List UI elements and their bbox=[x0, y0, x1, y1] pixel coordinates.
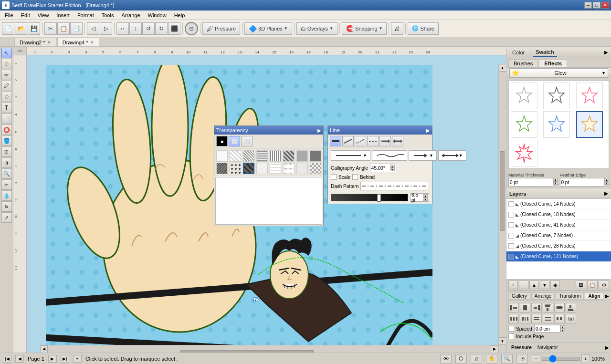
color-tab[interactable]: Color bbox=[509, 49, 527, 56]
crop-tool[interactable]: ✂ bbox=[1, 179, 12, 190]
glow-item-2[interactable] bbox=[576, 83, 603, 109]
align-center-h-btn[interactable] bbox=[520, 303, 530, 312]
canvas-area[interactable]: cm 1 2 3 4 5 6 7 8 9 10 11 12 13 14 15 1… bbox=[13, 47, 506, 353]
next-page-btn[interactable]: ▶ bbox=[48, 355, 57, 363]
pressure-expand-btn[interactable]: ▶ bbox=[605, 345, 609, 350]
align-left-btn[interactable] bbox=[508, 303, 519, 312]
spaced-value-input[interactable]: 0.0 cm bbox=[534, 325, 560, 333]
layer-up-btn[interactable]: ▲ bbox=[529, 281, 539, 289]
pattern-3[interactable] bbox=[256, 150, 268, 162]
tab-drawing4-close[interactable]: ✕ bbox=[90, 40, 94, 45]
pressure-tab[interactable]: Pressure bbox=[508, 344, 535, 351]
zoom-in-btn[interactable]: + bbox=[581, 354, 590, 363]
pattern-4[interactable] bbox=[270, 150, 281, 162]
line-style-arrow-end[interactable]: ▼ bbox=[409, 150, 437, 161]
view-wireframe-btn[interactable]: ⬡ bbox=[455, 354, 467, 364]
pattern-2[interactable] bbox=[243, 150, 254, 162]
snapping-btn[interactable]: 🧲 Snapping ▼ bbox=[342, 22, 387, 35]
redo-btn[interactable]: ▷ bbox=[100, 22, 112, 35]
quickshape-tool[interactable]: ⬠ bbox=[1, 92, 12, 102]
trans-pattern-btn[interactable]: ⬜ bbox=[229, 136, 240, 146]
last-page-btn[interactable]: ▶| bbox=[61, 355, 69, 363]
pattern-0[interactable] bbox=[216, 150, 228, 162]
prev-page-btn[interactable]: ◀ bbox=[15, 355, 24, 363]
v-scroll-thumb[interactable] bbox=[500, 151, 505, 231]
gallery-tab[interactable]: Gallery bbox=[508, 292, 530, 300]
tab-drawing4[interactable]: Drawing4 * ✕ bbox=[57, 38, 99, 46]
thickness-bar[interactable] bbox=[331, 194, 408, 201]
transparency-tool[interactable]: ◫ bbox=[1, 146, 12, 157]
scroll-up-btn[interactable]: ▲ bbox=[499, 64, 506, 72]
add-page-btn[interactable]: + bbox=[73, 355, 82, 363]
align-tab[interactable]: Align bbox=[585, 292, 603, 300]
new-btn[interactable]: 📄 bbox=[2, 22, 14, 35]
layer-solo-btn[interactable]: ◉ bbox=[550, 281, 560, 289]
h-scroll-thumb[interactable] bbox=[180, 350, 313, 353]
scroll-down-btn[interactable]: ▼ bbox=[499, 337, 506, 345]
pattern-7[interactable] bbox=[310, 150, 321, 162]
layer-5-checkbox[interactable] bbox=[508, 254, 514, 260]
layer-add-btn[interactable]: + bbox=[508, 281, 518, 289]
feather-edge-input[interactable]: 0 pt bbox=[560, 178, 605, 187]
text-tool[interactable]: T bbox=[1, 103, 12, 113]
layer-item-0[interactable]: ◣ (Closed Curve, 14 Nodes) bbox=[506, 199, 611, 209]
line-style-wavy[interactable] bbox=[372, 150, 407, 161]
navigator-tab[interactable]: Navigator bbox=[535, 344, 561, 351]
line-type-btn-1[interactable] bbox=[330, 136, 341, 146]
glow-item-5[interactable] bbox=[576, 111, 603, 138]
layers-expand-btn[interactable]: ▶ bbox=[604, 191, 608, 196]
pattern-14[interactable] bbox=[296, 163, 308, 174]
line-type-btn-2[interactable] bbox=[342, 136, 354, 146]
view-hand-btn[interactable]: ✋ bbox=[486, 354, 497, 364]
pattern-15[interactable] bbox=[310, 163, 321, 174]
swatch-tab[interactable]: Swatch bbox=[533, 48, 557, 57]
thickness-handle[interactable] bbox=[377, 194, 381, 202]
layer-1-checkbox[interactable] bbox=[508, 212, 514, 218]
distribute-center-v-btn[interactable] bbox=[554, 314, 565, 323]
pen-tool[interactable]: 🖊 bbox=[1, 81, 12, 91]
layer-delete-btn[interactable]: − bbox=[519, 281, 528, 289]
view-normal-btn[interactable]: 👁 bbox=[440, 354, 452, 364]
layer-down-btn[interactable]: ▼ bbox=[540, 281, 549, 289]
scale-checkbox[interactable] bbox=[331, 174, 337, 180]
menu-insert[interactable]: Insert bbox=[53, 11, 74, 19]
line-type-btn-5[interactable] bbox=[379, 136, 391, 146]
rotate-r-btn[interactable]: ↻ bbox=[155, 22, 168, 35]
layer-view-btn-1[interactable]: 🖼 bbox=[576, 281, 586, 289]
include-page-checkbox[interactable] bbox=[508, 333, 514, 339]
special-circle-btn[interactable]: ⊙ bbox=[185, 22, 198, 35]
menu-edit[interactable]: Edit bbox=[17, 11, 34, 19]
feather-down[interactable]: ▼ bbox=[604, 181, 609, 185]
undo-btn[interactable]: ◁ bbox=[87, 22, 99, 35]
zoom-slider[interactable] bbox=[542, 357, 580, 361]
glow-item-1[interactable] bbox=[543, 83, 570, 109]
flip-h-btn[interactable]: ↔ bbox=[116, 22, 129, 35]
menu-file[interactable]: File bbox=[1, 11, 17, 19]
glow-item-3[interactable] bbox=[511, 111, 537, 138]
connector-tool[interactable]: ↗ bbox=[1, 212, 12, 223]
align-right-btn[interactable] bbox=[531, 303, 542, 312]
layer-0-checkbox[interactable] bbox=[508, 201, 514, 207]
cut-btn[interactable]: ✂ bbox=[44, 22, 57, 35]
trans-none-btn[interactable]: ■ bbox=[216, 136, 228, 146]
mat-down[interactable]: ▼ bbox=[553, 181, 558, 185]
menu-format[interactable]: Format bbox=[74, 11, 98, 19]
spaced-up[interactable]: ▲ bbox=[560, 325, 565, 329]
cal-angle-up[interactable]: ▲ bbox=[390, 165, 395, 168]
distribute-top-btn[interactable] bbox=[543, 314, 553, 323]
share-btn[interactable]: 🌐 Share bbox=[408, 22, 438, 35]
menu-window[interactable]: Window bbox=[144, 11, 170, 19]
shadow-tool[interactable]: ◑ bbox=[1, 157, 12, 168]
pencil-tool[interactable]: ✏ bbox=[1, 70, 12, 80]
distribute-bottom-btn[interactable] bbox=[566, 314, 576, 323]
ellipse-tool[interactable]: ⭕ bbox=[1, 125, 12, 135]
distribute-left-btn[interactable] bbox=[508, 314, 519, 323]
align-bottom-btn[interactable] bbox=[566, 303, 576, 312]
gallery-expand-btn[interactable]: ▶ bbox=[605, 293, 609, 299]
3d-planes-btn[interactable]: 🔷 3D Planes ▼ bbox=[244, 22, 292, 35]
print-btn[interactable]: 🖨 bbox=[391, 22, 403, 35]
line-titlebar[interactable]: Line ▶ bbox=[328, 126, 432, 135]
glow-item-0[interactable] bbox=[511, 83, 537, 109]
tab-drawing2-close[interactable]: ✕ bbox=[47, 40, 51, 45]
arrange-tab[interactable]: Arrange bbox=[531, 292, 555, 300]
